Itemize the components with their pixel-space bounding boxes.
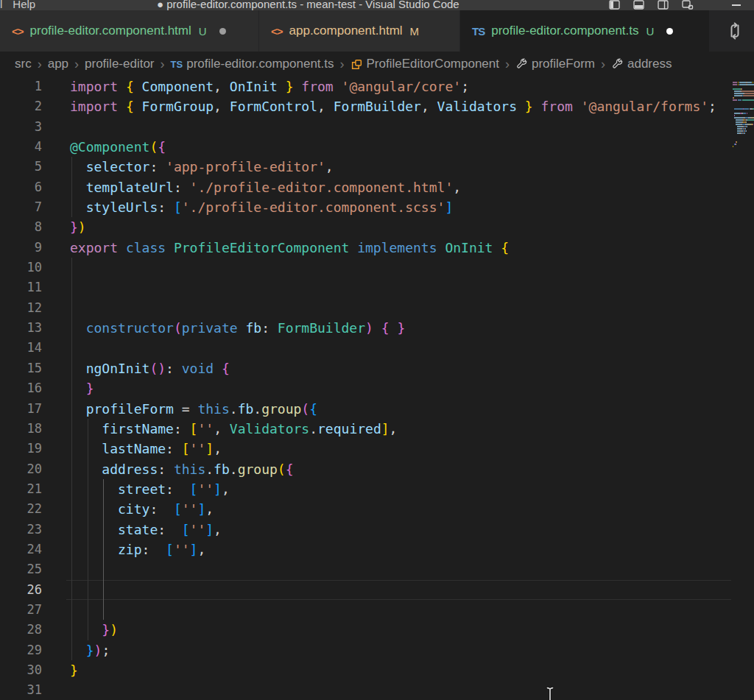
- breadcrumb-label: profileForm: [532, 57, 595, 71]
- tab-app-component-html[interactable]: <>app.component.htmlM: [259, 10, 460, 52]
- breadcrumb-item-profileform[interactable]: profileForm: [515, 57, 595, 71]
- toggle-sidebar-icon[interactable]: [609, 0, 620, 10]
- breadcrumb-item-profile-editor-component-ts[interactable]: TSprofile-editor.component.ts: [171, 57, 334, 71]
- code-line-content: ngOnInit(): void {: [66, 358, 731, 378]
- code-line-6[interactable]: 6 templateUrl: './profile-editor.compone…: [0, 177, 731, 197]
- tab-profile-editor-component-html[interactable]: <>profile-editor.component.htmlU: [0, 10, 259, 52]
- code-token: {: [222, 361, 230, 376]
- minimap[interactable]: [731, 77, 754, 700]
- minimap-run: [741, 88, 742, 90]
- menu-item-clipped[interactable]: l: [0, 0, 5, 10]
- code-line-19[interactable]: 19 lastName: [''],: [0, 439, 731, 459]
- code-token: '': [197, 421, 214, 436]
- minimize-icon[interactable]: [732, 4, 741, 6]
- code-token: styleUrls: [86, 199, 158, 215]
- code-token: ProfileEditorComponent: [174, 240, 349, 255]
- code-token: '': [190, 441, 206, 456]
- code-token: }: [286, 79, 294, 94]
- code-line-15[interactable]: 15 ngOnInit(): void {: [0, 358, 731, 378]
- code-token: fb: [238, 401, 254, 417]
- breadcrumb-item-app[interactable]: app: [48, 57, 68, 71]
- code-line-17[interactable]: 17 profileForm = this.fb.group({: [0, 399, 731, 419]
- code-line-25[interactable]: 25: [0, 559, 731, 579]
- menu-item-help[interactable]: Help: [5, 0, 43, 10]
- code-token: :: [166, 361, 182, 376]
- breadcrumb-label: src: [15, 57, 32, 71]
- code-line-11[interactable]: 11: [0, 277, 731, 297]
- code-token: [: [182, 441, 190, 456]
- line-number: 25: [0, 559, 42, 579]
- code-line-13[interactable]: 13 constructor(private fb: FormBuilder) …: [0, 318, 731, 338]
- code-line-20[interactable]: 20 address: this.fb.group({: [0, 459, 731, 479]
- code-token: '@angular/core': [342, 79, 462, 94]
- class-symbol-icon: [350, 58, 363, 71]
- code-token: ,: [325, 159, 334, 174]
- code-token: ): [158, 361, 166, 376]
- code-line-1[interactable]: 1import { Component, OnInit } from '@ang…: [0, 77, 731, 96]
- breadcrumb-item-address[interactable]: address: [611, 57, 672, 71]
- code-line-23[interactable]: 23 state: [''],: [0, 520, 731, 540]
- minimap-run: [744, 132, 745, 134]
- tab-label: app.component.html: [289, 24, 403, 38]
- code-token: [349, 240, 357, 255]
- indent-guide: [71, 258, 72, 660]
- code-line-9[interactable]: 9export class ProfileEditorComponent imp…: [0, 238, 731, 258]
- editor[interactable]: 1import { Component, OnInit } from '@ang…: [0, 77, 754, 700]
- code-line-content: zip: [''],: [66, 540, 731, 559]
- breadcrumb-item-src[interactable]: src: [15, 57, 32, 71]
- code-token: ;: [461, 79, 469, 94]
- code-token: ): [365, 320, 373, 336]
- code-line-31[interactable]: 31: [0, 680, 731, 700]
- code-line-29[interactable]: 29 });: [0, 640, 731, 660]
- toggle-panel-icon[interactable]: [633, 0, 644, 10]
- code-line-2[interactable]: 2import { FormGroup, FormControl, FormBu…: [0, 96, 731, 116]
- minimap-run: [747, 113, 747, 114]
- minimap-run: [733, 88, 741, 90]
- code-line-30[interactable]: 30}: [0, 660, 731, 680]
- code-line-10[interactable]: 10: [0, 258, 731, 277]
- line-number: 20: [0, 459, 42, 479]
- code-line-16[interactable]: 16 }: [0, 378, 731, 398]
- line-number: 7: [0, 197, 42, 217]
- code-line-content: styleUrls: ['./profile-editor.component.…: [66, 197, 731, 217]
- code-token: [493, 240, 501, 255]
- code-token: './profile-editor.component.scss': [182, 199, 445, 215]
- code-line-26[interactable]: 26: [0, 580, 731, 600]
- breadcrumb-separator-icon: ›: [161, 57, 165, 72]
- breadcrumb-item-profile-editor[interactable]: profile-editor: [85, 57, 155, 71]
- code-line-content: @Component({: [66, 137, 731, 157]
- editor-actions-icon[interactable]: [726, 22, 744, 40]
- code-token: [70, 361, 86, 376]
- code-line-24[interactable]: 24 zip: [''],: [0, 540, 731, 559]
- code-token: ;: [102, 643, 110, 658]
- code-token: [70, 481, 118, 497]
- html-file-icon: <>: [12, 25, 24, 38]
- code-line-7[interactable]: 7 styleUrls: ['./profile-editor.componen…: [0, 197, 731, 217]
- code-line-21[interactable]: 21 street: [''],: [0, 479, 731, 499]
- code-token: ,: [214, 421, 230, 436]
- code-line-18[interactable]: 18 firstName: ['', Validators.required],: [0, 419, 731, 439]
- code-line-3[interactable]: 3: [0, 117, 731, 137]
- code-line-12[interactable]: 12: [0, 298, 731, 318]
- code-line-8[interactable]: 8}): [0, 217, 731, 237]
- code-area[interactable]: 1import { Component, OnInit } from '@ang…: [0, 77, 731, 700]
- code-line-4[interactable]: 4@Component({: [0, 137, 731, 157]
- code-line-5[interactable]: 5 selector: 'app-profile-editor',: [0, 157, 731, 177]
- line-number: 1: [0, 77, 42, 96]
- code-line-22[interactable]: 22 city: [''],: [0, 499, 731, 519]
- customize-layout-icon[interactable]: [682, 0, 694, 10]
- breadcrumb-item-profileeditorcomponent[interactable]: ProfileEditorComponent: [350, 57, 499, 71]
- minimap-run: [736, 121, 741, 123]
- minimap-run: [746, 130, 747, 132]
- code-line-28[interactable]: 28 }): [0, 620, 731, 640]
- code-token: ,: [214, 522, 222, 537]
- code-token: [70, 643, 86, 658]
- code-token: [: [190, 421, 198, 436]
- code-token: ,: [197, 542, 205, 557]
- toggle-secondary-sidebar-icon[interactable]: [658, 0, 669, 10]
- code-line-14[interactable]: 14: [0, 338, 731, 358]
- code-line-27[interactable]: 27: [0, 600, 731, 620]
- code-token: required: [317, 421, 381, 436]
- code-token: [390, 320, 398, 336]
- tab-profile-editor-component-ts[interactable]: TSprofile-editor.component.tsU: [460, 10, 709, 52]
